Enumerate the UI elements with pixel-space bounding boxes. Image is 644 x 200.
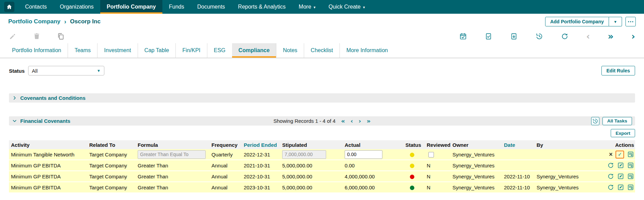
more-options-button[interactable]: ⋯: [625, 17, 636, 26]
history-icon[interactable]: [536, 33, 543, 40]
add-portfolio-company-button[interactable]: Add Portfolio Company: [545, 17, 609, 26]
cell-status: [403, 174, 425, 179]
col-reviewed: Reviewed: [425, 142, 450, 148]
nav-item-documents[interactable]: Documents: [191, 0, 231, 14]
col-owner: Owner: [450, 142, 502, 148]
covenants-conditions-title: Covenants and Conditions: [20, 95, 85, 101]
status-filter-label: Status: [9, 68, 25, 74]
col-date[interactable]: Date: [502, 142, 534, 148]
home-icon: [4, 2, 14, 12]
tab-cap-table[interactable]: Cap Table: [138, 43, 176, 58]
edit-record-icon[interactable]: [9, 33, 16, 40]
cell-actual: 0.00: [343, 163, 403, 168]
cell-period-ended: 2022-12-31: [242, 152, 280, 157]
cell-activity: Minimum Tangible Networth: [9, 152, 87, 157]
col-activity: Activity: [9, 142, 87, 148]
add-portfolio-company-caret-button[interactable]: ▾: [609, 17, 622, 26]
refresh-icon[interactable]: [561, 33, 568, 40]
cell-related-to: Target Company: [87, 174, 136, 179]
refresh-icon[interactable]: [607, 184, 614, 191]
home-button[interactable]: [0, 0, 19, 14]
edit-icon[interactable]: [617, 173, 624, 180]
breadcrumb-section[interactable]: Portfolio Company: [8, 18, 60, 25]
stipulated-input: [282, 150, 326, 159]
cell-stipulated: 5,000,000.00: [280, 174, 343, 179]
nav-item-funds[interactable]: Funds: [162, 0, 191, 14]
nav-item-organizations[interactable]: Organizations: [53, 0, 100, 14]
cell-status: [403, 152, 425, 157]
breadcrumb-separator-icon: ›: [64, 18, 66, 25]
previous-record-icon[interactable]: ‹: [586, 33, 590, 40]
col-stipulated: Stipulated: [280, 142, 343, 148]
expand-records-icon[interactable]: »: [608, 33, 613, 40]
tab-investment[interactable]: Investment: [97, 43, 137, 58]
top-nav: Contacts Organizations Portfolio Company…: [0, 0, 644, 14]
cell-formula: [136, 150, 209, 159]
toolbar-left: [9, 33, 65, 40]
cell-reviewed: [425, 151, 450, 157]
cell-related-to: Target Company: [87, 163, 136, 168]
tab-portfolio-information[interactable]: Portfolio Information: [5, 43, 68, 58]
export-row: Export: [0, 126, 644, 140]
cell-actions: [597, 173, 635, 180]
pager-prev-button[interactable]: ‹: [350, 118, 353, 124]
cell-related-to: Target Company: [87, 185, 136, 190]
cell-status: [403, 163, 425, 168]
nav-item-quick-create[interactable]: Quick Create ▾: [322, 0, 371, 14]
section-history-button[interactable]: [591, 117, 599, 125]
tab-fin-kpi[interactable]: Fin/KPI: [175, 43, 207, 58]
col-period-ended[interactable]: Period Ended: [242, 142, 280, 148]
cell-activity: Minimum GP EBITDA: [9, 174, 87, 179]
tasks-icon[interactable]: [627, 173, 634, 180]
tab-more-information[interactable]: More Information: [340, 43, 394, 58]
confirm-icon[interactable]: ✓: [616, 151, 624, 158]
next-record-icon[interactable]: ›: [631, 33, 635, 40]
tab-notes[interactable]: Notes: [276, 43, 304, 58]
refresh-icon[interactable]: [607, 162, 614, 169]
header-actions: Add Portfolio Company ▾ ⋯: [545, 17, 636, 26]
tasks-icon[interactable]: [627, 151, 634, 158]
cell-frequency: Quarterly: [209, 152, 242, 157]
nav-item-more[interactable]: More ▾: [292, 0, 322, 14]
delete-record-icon[interactable]: [33, 33, 41, 40]
all-tasks-button[interactable]: All Tasks: [602, 117, 632, 125]
edit-icon[interactable]: [617, 184, 624, 191]
pager-next-button[interactable]: ›: [358, 118, 361, 124]
refresh-icon[interactable]: [607, 173, 614, 180]
pager-first-button[interactable]: «: [341, 118, 345, 124]
tab-esg[interactable]: ESG: [207, 43, 232, 58]
add-portfolio-company-split-button: Add Portfolio Company ▾: [545, 17, 622, 26]
tab-checklist[interactable]: Checklist: [304, 43, 340, 58]
actual-input[interactable]: [345, 150, 382, 159]
duplicate-record-icon[interactable]: [57, 33, 65, 40]
cancel-icon[interactable]: ×: [609, 151, 613, 157]
cell-stipulated: [280, 150, 343, 159]
pager-last-button[interactable]: »: [367, 118, 371, 124]
cell-actions: × ✓: [597, 151, 635, 158]
breadcrumb-row: Portfolio Company › Oscorp Inc Add Portf…: [0, 14, 644, 30]
covenants-conditions-section-bar[interactable]: Covenants and Conditions: [9, 93, 635, 103]
status-filter-select[interactable]: All ▼: [28, 66, 104, 75]
nav-item-contacts[interactable]: Contacts: [19, 0, 53, 14]
export-button[interactable]: Export: [611, 129, 635, 137]
chevron-down-icon[interactable]: [12, 118, 17, 123]
nav-quick-create-label: Quick Create: [329, 4, 360, 10]
tasks-icon[interactable]: [627, 184, 634, 191]
toolbar-right: ‹ » ›: [459, 33, 635, 40]
document-check-icon[interactable]: [485, 33, 492, 40]
calendar-check-icon[interactable]: [459, 33, 467, 40]
status-dot: [410, 164, 414, 168]
edit-icon[interactable]: [617, 162, 624, 169]
tab-compliance[interactable]: Compliance: [232, 43, 276, 58]
cell-frequency: Annual: [209, 185, 242, 190]
document-export-icon[interactable]: [510, 33, 518, 40]
reviewed-checkbox[interactable]: [428, 152, 434, 157]
col-related-to: Related To: [87, 142, 136, 148]
nav-item-portfolio-company[interactable]: Portfolio Company: [100, 0, 162, 14]
status-dot: [410, 153, 414, 157]
nav-more-label: More: [299, 4, 311, 10]
tasks-icon[interactable]: [627, 162, 634, 169]
edit-rules-button[interactable]: Edit Rules: [601, 66, 635, 75]
nav-item-reports-analytics[interactable]: Reports & Analytics: [231, 0, 292, 14]
tab-teams[interactable]: Teams: [68, 43, 97, 58]
